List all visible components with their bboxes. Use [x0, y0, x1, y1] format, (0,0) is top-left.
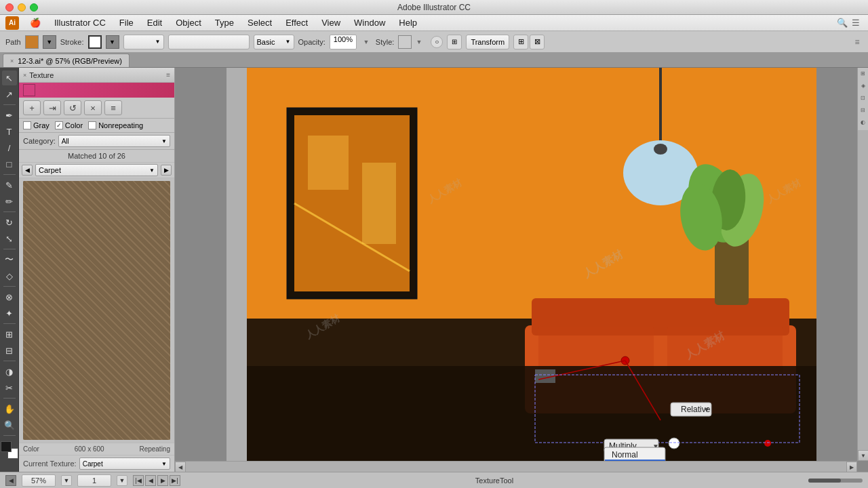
nav-play-button[interactable]: ▶ — [157, 475, 168, 486]
menu-texture-button[interactable]: ≡ — [104, 100, 122, 115]
current-label: Current Texture: — [23, 460, 77, 468]
category-label: Category: — [23, 137, 56, 145]
transform-button[interactable]: Transform — [466, 35, 509, 49]
tool-line[interactable]: / — [2, 140, 17, 155]
opacity-input[interactable]: 100% — [330, 35, 357, 49]
color-checkbox[interactable]: ✓ — [55, 121, 63, 129]
tool-paintbrush[interactable]: ✎ — [2, 178, 17, 192]
color-checkbox-item[interactable]: ✓ Color — [55, 121, 83, 129]
maximize-button[interactable] — [30, 3, 38, 12]
add-texture-button[interactable]: + — [23, 100, 41, 115]
toolbar-menu[interactable]: ≡ — [852, 37, 863, 47]
right-icon-2[interactable]: ◈ — [859, 83, 867, 91]
tool-eyedropper[interactable]: ✦ — [2, 306, 17, 321]
menu-edit[interactable]: Edit — [142, 16, 167, 29]
delete-texture-button[interactable]: × — [84, 100, 102, 115]
right-icon-1[interactable]: ⊞ — [859, 70, 867, 79]
tool-rotate[interactable]: ↻ — [2, 215, 17, 230]
scroll-right-button[interactable]: ▶ — [846, 462, 857, 472]
next-texture-button[interactable]: ▶ — [161, 165, 172, 176]
arrange-icon[interactable]: ⊞ — [447, 35, 462, 49]
nav-prev-button[interactable]: ◀ — [145, 475, 156, 486]
fill-swatch[interactable] — [25, 35, 39, 49]
tool-graph[interactable]: ⊞ — [2, 327, 17, 342]
close-button[interactable] — [5, 3, 14, 12]
tool-scale[interactable]: ⤡ — [2, 231, 17, 246]
canvas-options[interactable]: ○ — [431, 36, 443, 48]
nav-start-button[interactable]: |◀ — [133, 475, 144, 486]
gray-checkbox[interactable] — [23, 121, 31, 129]
right-icon-5[interactable]: ◐ — [859, 119, 867, 127]
tool-warp[interactable]: 〜 — [2, 252, 17, 267]
tool-pen[interactable]: ✒ — [2, 108, 17, 123]
stroke-options[interactable]: ▼ — [106, 35, 119, 49]
prev-texture-button[interactable]: ◀ — [22, 165, 33, 176]
nav-next-button[interactable]: ▶| — [170, 475, 180, 486]
tool-hand[interactable]: ✋ — [2, 401, 17, 416]
tool-pencil[interactable]: ✏ — [2, 194, 17, 209]
right-icon-4[interactable]: ⊟ — [859, 107, 867, 115]
current-texture-select[interactable]: Carpet ▼ — [79, 458, 170, 470]
menu-view[interactable]: View — [316, 16, 346, 29]
panel-close-icon[interactable]: × — [23, 72, 26, 79]
list-icon[interactable]: ☰ — [852, 18, 863, 28]
tab-close-icon[interactable]: × — [10, 58, 14, 64]
style-arrow[interactable]: ▼ — [416, 37, 427, 47]
stroke-weight[interactable]: ▼ — [123, 35, 164, 49]
page-up-button[interactable]: ▼ — [117, 475, 127, 486]
panel-menu-icon[interactable]: ≡ — [166, 71, 170, 79]
panel-current: Current Texture: Carpet ▼ — [19, 455, 174, 472]
window-title: Adobe Illustrator CC — [397, 3, 471, 12]
tool-gradient[interactable]: ◑ — [2, 364, 17, 379]
nonrepeating-checkbox-item[interactable]: Nonrepeating — [88, 121, 143, 129]
tool-select[interactable]: ↖ — [2, 70, 17, 85]
scroll-down-button[interactable]: ▼ — [858, 450, 868, 461]
menu-apple[interactable]: 🍎 — [24, 16, 46, 29]
menu-select[interactable]: Select — [242, 16, 277, 29]
tool-rect[interactable]: □ — [2, 157, 17, 171]
blend-mode-dropdown[interactable]: Basic ▼ — [254, 35, 294, 49]
menu-file[interactable]: File — [114, 16, 139, 29]
search-icon[interactable]: 🔍 — [837, 18, 848, 28]
tool-width[interactable]: ◇ — [2, 268, 17, 283]
opacity-arrow[interactable]: ▼ — [361, 37, 372, 47]
horizontal-scrollbar[interactable]: ◀ ▶ — [175, 461, 857, 472]
menu-effect[interactable]: Effect — [280, 16, 313, 29]
fill-options[interactable]: ▼ — [43, 35, 56, 49]
replace-texture-button[interactable]: ↺ — [64, 100, 81, 115]
tool-mesh[interactable]: ⊟ — [2, 343, 17, 358]
menu-type[interactable]: Type — [210, 16, 239, 29]
right-icon-3[interactable]: ⊡ — [859, 95, 867, 103]
scroll-left-button[interactable]: ◀ — [175, 462, 186, 472]
tool-blend[interactable]: ⊗ — [2, 289, 17, 304]
menu-window[interactable]: Window — [349, 16, 391, 29]
export-texture-button[interactable]: ⇥ — [43, 100, 61, 115]
menu-illustrator[interactable]: Illustrator CC — [49, 16, 111, 29]
transform-more[interactable]: ⊞ — [513, 35, 528, 49]
tool-type[interactable]: T — [2, 124, 17, 139]
panel-color-bar[interactable] — [19, 83, 174, 98]
nonrepeating-checkbox[interactable] — [88, 121, 96, 129]
matched-count: Matched 10 of 26 — [19, 150, 174, 163]
page-number[interactable]: 1 — [77, 474, 111, 487]
foreground-color-swatch[interactable] — [1, 441, 12, 452]
zoom-select[interactable]: 57% — [22, 474, 56, 487]
tool-scissors[interactable]: ✂ — [2, 380, 17, 395]
document-tab[interactable]: × 12-3.ai* @ 57% (RGB/Preview) — [3, 54, 130, 67]
tool-direct-select[interactable]: ↗ — [2, 87, 17, 102]
category-select[interactable]: All ▼ — [58, 135, 170, 147]
style-swatch[interactable] — [398, 35, 412, 49]
menu-help[interactable]: Help — [393, 16, 422, 29]
tool-zoom[interactable]: 🔍 — [2, 418, 17, 432]
menu-object[interactable]: Object — [170, 16, 207, 29]
svg-rect-10 — [362, 163, 396, 244]
gray-checkbox-item[interactable]: Gray — [23, 121, 50, 129]
texture-name-select[interactable]: Carpet ▼ — [35, 164, 158, 176]
gray-label: Gray — [33, 121, 50, 129]
zoom-down-button[interactable]: ▼ — [61, 475, 72, 486]
minimize-button[interactable] — [18, 3, 26, 12]
transform-extra[interactable]: ⊠ — [530, 35, 545, 49]
stroke-profile[interactable] — [168, 35, 250, 49]
stroke-swatch[interactable] — [88, 35, 102, 49]
artboard-nav-left[interactable]: ◀ — [5, 475, 16, 486]
